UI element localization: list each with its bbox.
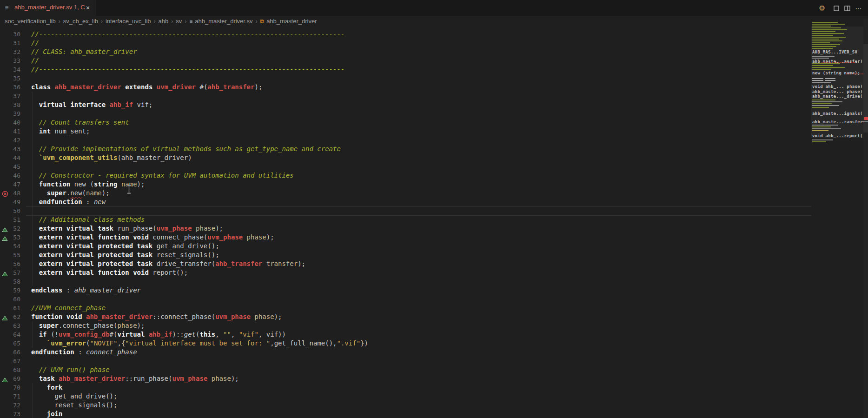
code-line-50[interactable]: 50 [0, 206, 811, 215]
code-line-72[interactable]: 72 reset_signals(); [0, 401, 811, 410]
code-line-62[interactable]: 62function void ahb_master_driver::conne… [0, 312, 811, 321]
minimap-code-row [812, 26, 831, 27]
code-line-39[interactable]: 39 [0, 109, 811, 118]
breadcrumb-item-ahb-master-driver-sv[interactable]: ≡ahb_master_driver.sv [189, 18, 252, 25]
code-text: super.new(name); [31, 189, 110, 198]
code-line-58[interactable]: 58 [0, 277, 811, 286]
line-number: 37 [0, 92, 20, 100]
line-number: 31 [0, 39, 20, 47]
open-changes-icon[interactable] [832, 4, 841, 13]
code-line-63[interactable]: 63 super.connect_phase(phase); [0, 321, 811, 330]
code-line-53[interactable]: 53 extern virtual function void connect_… [0, 233, 811, 242]
definition-gutter-icon[interactable] [2, 314, 8, 320]
line-number: 44 [0, 153, 20, 162]
code-line-45[interactable]: 45 [0, 162, 811, 171]
code-line-66[interactable]: 66endfunction : connect_phase [0, 348, 811, 357]
code-editor[interactable]: 30//------------------------------------… [0, 27, 868, 418]
minimap-section-label: void ahb_... phase); [812, 84, 865, 89]
breadcrumb-item-sv-cb-ex-lib[interactable]: sv_cb_ex_lib [63, 18, 98, 25]
code-line-47[interactable]: 47 function new (string name); [0, 180, 811, 189]
code-line-61[interactable]: 61//UVM connect_phase [0, 304, 811, 312]
code-line-37[interactable]: 37 [0, 92, 811, 100]
line-number: 46 [0, 171, 20, 180]
code-line-46[interactable]: 46 // Constructor - required syntax for … [0, 171, 811, 180]
minimap-code-row [812, 128, 841, 129]
code-line-41[interactable]: 41 int num_sent; [0, 127, 811, 136]
line-number: 42 [0, 136, 20, 145]
code-line-67[interactable]: 67 [0, 357, 811, 365]
line-number: 38 [0, 100, 20, 109]
code-line-42[interactable]: 42 [0, 136, 811, 145]
code-text: // [31, 56, 39, 65]
breadcrumb-item-interface-uvc-lib[interactable]: interface_uvc_lib [106, 18, 151, 25]
breadcrumb-item-sv[interactable]: sv [176, 18, 182, 25]
tab-ahb-master-driver[interactable]: ≡ ahb_master_driver.sv 1, C ✕ [0, 0, 96, 16]
code-line-59[interactable]: 59endclass : ahb_master_driver [0, 286, 811, 295]
breadcrumb-separator: › [185, 18, 186, 25]
breadcrumb-item-soc-verification-lib[interactable]: soc_verification_lib [5, 18, 56, 25]
gear-icon[interactable]: ⚙ [817, 4, 827, 13]
code-line-40[interactable]: 40 // Count transfers sent [0, 118, 811, 127]
breadcrumb: soc_verification_lib›sv_cb_ex_lib›interf… [0, 16, 868, 27]
code-line-51[interactable]: 51 // Additional class methods [0, 215, 811, 224]
code-line-64[interactable]: 64 if (!uvm_config_db#(virtual ahb_if)::… [0, 330, 811, 339]
code-line-48[interactable]: 48 super.new(name); [0, 189, 811, 198]
breadcrumb-separator: › [171, 18, 173, 25]
code-line-52[interactable]: 52 extern virtual task run_phase(uvm_pha… [0, 224, 811, 233]
code-line-70[interactable]: 70 fork [0, 383, 811, 392]
minimap-code-row [812, 33, 844, 34]
code-line-68[interactable]: 68 // UVM run() phase [0, 365, 811, 374]
minimap-code-row [812, 139, 833, 140]
code-line-71[interactable]: 71 get_and_drive(); [0, 392, 811, 401]
code-line-34[interactable]: 34//------------------------------------… [0, 65, 811, 74]
code-line-43[interactable]: 43 // Provide implmentations of virtual … [0, 145, 811, 153]
minimap-code-row [812, 37, 846, 38]
minimap[interactable]: AHB_MAS...IVER_SVahb_maste...ansfer);new… [811, 19, 863, 418]
minimap-code-row [812, 24, 845, 25]
definition-gutter-icon[interactable] [2, 226, 8, 232]
code-line-38[interactable]: 38 virtual interface ahb_if vif; [0, 100, 811, 109]
definition-gutter-icon[interactable] [2, 270, 8, 276]
code-line-57[interactable]: 57 extern virtual function void report()… [0, 268, 811, 277]
definition-gutter-icon[interactable] [2, 234, 8, 241]
line-number: 58 [0, 277, 20, 286]
minimap-code-row [812, 80, 823, 81]
code-line-49[interactable]: 49 endfunction : new [0, 198, 811, 206]
code-line-31[interactable]: 31// [0, 39, 811, 47]
minimap-code-row [812, 65, 833, 66]
code-line-65[interactable]: 65 `uvm_error("NOVIF",{"virtual interfac… [0, 339, 811, 348]
breadcrumb-item-ahb-master-driver[interactable]: ⧉ahb_master_driver [260, 18, 317, 25]
code-line-73[interactable]: 73 join [0, 410, 811, 418]
error-gutter-icon[interactable] [2, 190, 8, 197]
line-number: 39 [0, 109, 20, 118]
definition-gutter-icon[interactable] [2, 376, 8, 382]
code-line-35[interactable]: 35 [0, 74, 811, 83]
code-line-32[interactable]: 32// CLASS: ahb_master_driver [0, 47, 811, 56]
code-line-36[interactable]: 36class ahb_master_driver extends uvm_dr… [0, 83, 811, 92]
code-line-56[interactable]: 56 extern virtual protected task drive_t… [0, 259, 811, 268]
code-text: endclass : ahb_master_driver [31, 286, 141, 295]
breadcrumb-item-ahb[interactable]: ahb [159, 18, 169, 25]
code-line-44[interactable]: 44 `uvm_component_utils(ahb_master_drive… [0, 153, 811, 162]
code-text: `uvm_error("NOVIF",{"virtual interface m… [31, 339, 368, 348]
more-actions-icon[interactable]: ⋯ [854, 4, 863, 13]
code-line-54[interactable]: 54 extern virtual protected task get_and… [0, 242, 811, 251]
minimap-error-squiggle [822, 62, 855, 63]
split-editor-icon[interactable] [842, 4, 852, 13]
code-text: // UVM run() phase [31, 365, 110, 374]
minimap-code-row [812, 130, 828, 131]
minimap-code-row [812, 78, 823, 79]
code-text: `uvm_component_utils(ahb_master_driver) [31, 153, 192, 162]
breadcrumb-label: ahb [159, 18, 169, 25]
code-text: if (!uvm_config_db#(virtual ahb_if)::get… [31, 330, 286, 339]
code-line-55[interactable]: 55 extern virtual protected task reset_s… [0, 251, 811, 259]
code-line-30[interactable]: 30//------------------------------------… [0, 30, 811, 39]
scrollbar-grip[interactable] [862, 121, 868, 122]
code-line-69[interactable]: 69 task ahb_master_driver::run_phase(uvm… [0, 374, 811, 383]
minimap-code-row [812, 69, 831, 70]
close-icon[interactable]: ✕ [84, 4, 92, 11]
line-number: 45 [0, 162, 20, 171]
vscode-window: ≡ ahb_master_driver.sv 1, C ✕ ⚙ ⋯ soc_ve… [0, 0, 868, 418]
code-line-33[interactable]: 33// [0, 56, 811, 65]
code-line-60[interactable]: 60 [0, 295, 811, 304]
